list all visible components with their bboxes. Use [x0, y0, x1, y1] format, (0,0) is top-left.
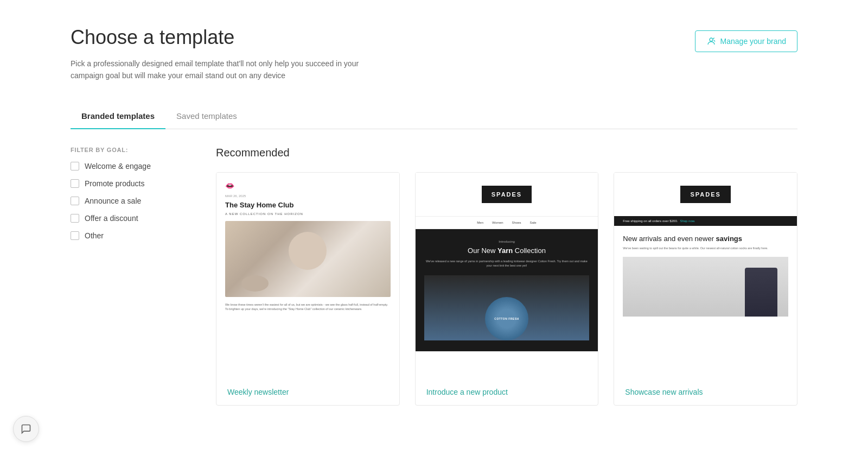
templates-grid: 👄 MAR 26, 2025 The Stay Home Club A NEW … — [216, 172, 797, 406]
recommended-title: Recommended — [216, 147, 797, 159]
nav-shoes: Shoes — [512, 221, 521, 224]
nav-men: Men — [477, 221, 483, 224]
nav-sale: Sale — [530, 221, 537, 224]
showcase-content: New arrivals and even newer savings We'v… — [614, 226, 797, 325]
filter-label: FILTER BY GOAL: — [71, 147, 190, 153]
product-introducing: Introducing — [424, 240, 590, 243]
product-image-area: COTTON FRESH — [424, 275, 590, 340]
nav-women: Women — [492, 221, 503, 224]
page-header: Choose a template Pick a professionally … — [71, 26, 797, 82]
filter-promote-label: Promote products — [85, 179, 145, 188]
product-title: Our New Yarn Collection — [424, 247, 590, 255]
chat-button[interactable] — [13, 416, 39, 442]
product-logo: SPADES — [482, 186, 532, 203]
manage-brand-button[interactable]: Manage your brand — [695, 30, 797, 52]
newsletter-headline: The Stay Home Club — [225, 201, 391, 209]
product-desc: We've released a new range of yarns in p… — [424, 259, 590, 268]
newsletter-body: We know these times weren't the easiest … — [225, 302, 391, 312]
filter-discount-checkbox[interactable] — [71, 214, 79, 223]
filter-other[interactable]: Other — [71, 231, 190, 240]
filter-welcome-checkbox[interactable] — [71, 162, 79, 170]
newsletter-date: MAR 26, 2025 — [225, 194, 391, 198]
page-subtitle: Pick a professionally designed email tem… — [71, 58, 374, 82]
tabs: Branded templates Saved templates — [71, 104, 797, 129]
template-preview-showcase: SPADES Free shipping on all orders over … — [614, 173, 797, 379]
template-label-showcase: Showcase new arrivals — [614, 379, 797, 405]
template-label-weekly: Weekly newsletter — [216, 379, 399, 405]
template-card-weekly[interactable]: 👄 MAR 26, 2025 The Stay Home Club A NEW … — [216, 172, 400, 406]
filter-other-label: Other — [85, 231, 104, 240]
product-title-part1: Our New — [468, 247, 497, 255]
filter-sale-checkbox[interactable] — [71, 197, 79, 205]
templates-area: Recommended 👄 MAR 26, 2025 The Stay Home… — [216, 147, 797, 406]
filter-discount-label: Offer a discount — [85, 214, 138, 223]
sidebar: FILTER BY GOAL: Welcome & engage Promote… — [71, 147, 190, 406]
page-title: Choose a template — [71, 26, 374, 49]
showcase-promo-text: Free shipping on all orders over $200. — [623, 219, 678, 223]
template-preview-weekly: 👄 MAR 26, 2025 The Stay Home Club A NEW … — [216, 173, 399, 379]
template-label-product: Introduce a new product — [416, 379, 598, 405]
filter-promote[interactable]: Promote products — [71, 179, 190, 188]
showcase-image — [623, 257, 788, 317]
filter-welcome[interactable]: Welcome & engage — [71, 162, 190, 170]
showcase-title: New arrivals and even newer savings — [623, 235, 788, 244]
product-title-highlight: Yarn — [497, 247, 513, 255]
product-nav: Men Women Shoes Sale — [416, 216, 598, 229]
product-logo-area: SPADES — [416, 173, 598, 216]
newsletter-image — [225, 221, 391, 297]
newsletter-subheadline: A NEW COLLECTION ON THE HORIZON — [225, 212, 391, 216]
product-title-part2: Collection — [513, 247, 546, 255]
template-card-product[interactable]: SPADES Men Women Shoes Sale Introducing … — [415, 172, 599, 406]
main-content: FILTER BY GOAL: Welcome & engage Promote… — [71, 147, 797, 406]
template-preview-product: SPADES Men Women Shoes Sale Introducing … — [416, 173, 598, 379]
newsletter-icon: 👄 — [225, 181, 391, 190]
showcase-logo: SPADES — [680, 186, 730, 203]
header-left: Choose a template Pick a professionally … — [71, 26, 374, 82]
showcase-promo-link: Shop now. — [680, 219, 695, 223]
filter-sale-label: Announce a sale — [85, 197, 141, 205]
svg-point-0 — [710, 38, 713, 41]
showcase-desc: We've been waiting to spill out the bean… — [623, 246, 788, 250]
tab-branded[interactable]: Branded templates — [71, 104, 165, 129]
showcase-logo-area: SPADES — [614, 173, 797, 216]
tab-saved[interactable]: Saved templates — [165, 104, 248, 129]
filter-welcome-label: Welcome & engage — [85, 162, 151, 170]
showcase-promo-bar: Free shipping on all orders over $200. S… — [614, 216, 797, 226]
filter-sale[interactable]: Announce a sale — [71, 197, 190, 205]
template-card-showcase[interactable]: SPADES Free shipping on all orders over … — [614, 172, 797, 406]
manage-brand-label: Manage your brand — [720, 37, 786, 46]
filter-discount[interactable]: Offer a discount — [71, 214, 190, 223]
brand-icon — [706, 36, 716, 46]
chat-icon — [21, 424, 31, 434]
tabs-container: Branded templates Saved templates — [71, 104, 797, 129]
yarn-product-image: COTTON FRESH — [485, 297, 528, 340]
filter-promote-checkbox[interactable] — [71, 179, 79, 188]
product-dark-section: Introducing Our New Yarn Collection We'v… — [416, 229, 598, 352]
filter-other-checkbox[interactable] — [71, 231, 79, 240]
